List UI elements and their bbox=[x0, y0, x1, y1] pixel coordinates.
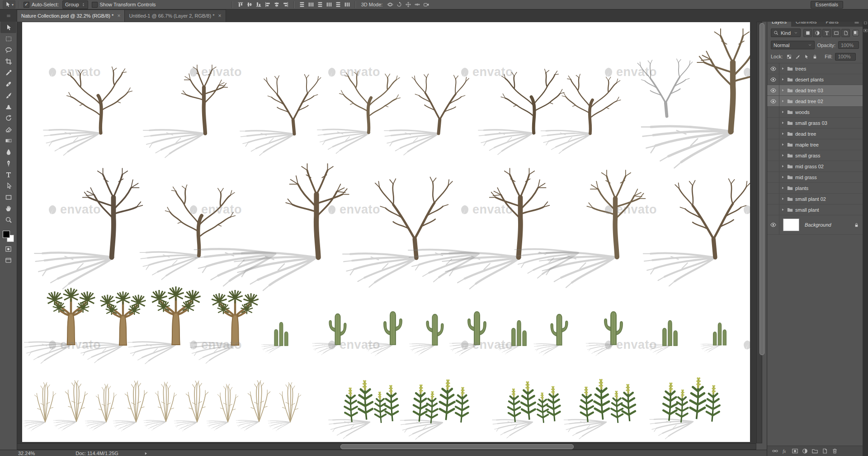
rect-icon[interactable] bbox=[832, 29, 840, 37]
newfolder-button-icon[interactable] bbox=[811, 448, 818, 454]
align-m-icon[interactable] bbox=[245, 1, 254, 9]
document-canvas[interactable]: envatoenvatoenvatoenvatoenvatoenvatoenva… bbox=[22, 22, 750, 442]
layer-row-trees[interactable]: trees bbox=[767, 63, 863, 74]
quick-mask-button[interactable] bbox=[0, 243, 16, 255]
document-tab[interactable]: Nature Collection.psd @ 32.2% (RGB/8) *× bbox=[17, 10, 125, 22]
align-b-icon[interactable] bbox=[255, 1, 263, 9]
expand-icon[interactable] bbox=[781, 66, 785, 71]
visibility-toggle[interactable] bbox=[767, 107, 779, 117]
dist-v-icon[interactable] bbox=[316, 1, 324, 9]
fx-button-icon[interactable] bbox=[782, 448, 788, 454]
layer-row-small-grass[interactable]: small grass bbox=[767, 150, 863, 161]
align-l-icon[interactable] bbox=[264, 1, 272, 9]
dist-h-icon[interactable] bbox=[325, 1, 333, 9]
move-icon[interactable] bbox=[802, 53, 810, 60]
adj-button-icon[interactable] bbox=[802, 448, 808, 454]
visibility-toggle[interactable] bbox=[767, 74, 779, 85]
cam3d-icon[interactable] bbox=[422, 1, 430, 9]
visibility-toggle[interactable] bbox=[767, 118, 779, 128]
expand-icon[interactable] bbox=[781, 88, 785, 92]
layer-row-background[interactable]: Background bbox=[767, 215, 863, 235]
move-tool[interactable] bbox=[0, 22, 16, 33]
visibility-toggle[interactable] bbox=[767, 139, 779, 150]
layer-row-desert-plants[interactable]: desert plants bbox=[767, 74, 863, 85]
foreground-color-swatch[interactable] bbox=[3, 231, 10, 238]
layer-row-dead-tree-02[interactable]: dead tree 02 bbox=[767, 96, 863, 107]
zoom-tool[interactable] bbox=[0, 214, 16, 225]
maskbtn-button-icon[interactable] bbox=[792, 448, 798, 454]
close-tab-icon[interactable]: × bbox=[117, 13, 120, 19]
visibility-toggle[interactable] bbox=[767, 85, 779, 95]
type-tool[interactable] bbox=[0, 169, 16, 180]
crop-tool[interactable] bbox=[0, 56, 16, 67]
workspace-switcher-button[interactable]: Essentials bbox=[811, 1, 843, 9]
brush-icon[interactable] bbox=[794, 53, 801, 60]
lasso-tool[interactable] bbox=[0, 44, 16, 56]
expand-icon[interactable] bbox=[781, 110, 785, 114]
visibility-toggle[interactable] bbox=[767, 150, 779, 161]
auto-select-mode-dropdown[interactable]: Group bbox=[62, 0, 88, 9]
history-brush-tool[interactable] bbox=[0, 112, 16, 124]
link-button-icon[interactable] bbox=[772, 448, 778, 454]
eraser-tool[interactable] bbox=[0, 124, 16, 135]
layer-thumbnail[interactable] bbox=[783, 218, 799, 231]
path-selection-tool[interactable] bbox=[0, 180, 16, 191]
pan3d-icon[interactable] bbox=[404, 1, 412, 9]
document-tab[interactable]: Untitled-1 @ 66.7% (Layer 2, RGB/8) *× bbox=[125, 10, 226, 22]
screen-mode-button[interactable] bbox=[0, 255, 16, 266]
visibility-toggle[interactable] bbox=[767, 194, 779, 204]
current-tool-preset[interactable]: ▾ bbox=[3, 0, 15, 9]
visibility-toggle[interactable] bbox=[767, 215, 779, 234]
slide3d-icon[interactable] bbox=[413, 1, 421, 9]
layer-row-woods[interactable]: woods bbox=[767, 107, 863, 118]
auto-select-checkbox[interactable]: ✓ Auto-Select: bbox=[24, 2, 59, 8]
layer-row-small-plant[interactable]: small plant bbox=[767, 204, 863, 215]
shape-tool[interactable] bbox=[0, 191, 16, 203]
lock-icon[interactable] bbox=[811, 53, 818, 60]
expand-icon[interactable] bbox=[781, 208, 785, 212]
visibility-toggle[interactable] bbox=[767, 183, 779, 193]
trash-button-icon[interactable] bbox=[831, 448, 838, 454]
expand-icon[interactable] bbox=[781, 175, 785, 179]
hand-tool[interactable] bbox=[0, 203, 16, 214]
scrollbar-thumb[interactable] bbox=[760, 23, 764, 355]
expand-icon[interactable] bbox=[781, 142, 785, 147]
document-art[interactable] bbox=[22, 22, 750, 442]
align-t-icon[interactable] bbox=[236, 1, 245, 9]
expand-icon[interactable] bbox=[781, 186, 785, 190]
type-icon[interactable] bbox=[822, 29, 831, 37]
expand-icon[interactable] bbox=[781, 153, 785, 157]
healing-brush-tool[interactable] bbox=[0, 78, 16, 90]
marquee-tool[interactable] bbox=[0, 33, 16, 44]
visibility-toggle[interactable] bbox=[767, 161, 779, 171]
blur-tool[interactable] bbox=[0, 146, 16, 157]
eyedropper-tool[interactable] bbox=[0, 67, 16, 78]
newlayer-button-icon[interactable] bbox=[821, 448, 828, 454]
gradient-tool[interactable] bbox=[0, 135, 16, 146]
status-popup-arrow-icon[interactable] bbox=[143, 451, 148, 456]
expand-icon[interactable] bbox=[781, 99, 785, 103]
panel-icon[interactable] bbox=[863, 28, 868, 33]
align-c-icon[interactable] bbox=[273, 1, 281, 9]
expand-icon[interactable] bbox=[781, 121, 785, 125]
dist-h-icon[interactable] bbox=[343, 1, 351, 9]
dist-h-icon[interactable] bbox=[307, 1, 315, 9]
zoom-level-field[interactable]: 32.24% bbox=[18, 451, 35, 456]
fill-value-field[interactable]: 100% bbox=[835, 53, 856, 61]
brush-tool[interactable] bbox=[0, 90, 16, 101]
pix-icon[interactable] bbox=[803, 29, 812, 37]
horizontal-scrollbar[interactable] bbox=[17, 443, 756, 450]
dist-v-icon[interactable] bbox=[298, 1, 306, 9]
expand-icon[interactable] bbox=[781, 132, 785, 136]
layer-row-plants[interactable]: plants bbox=[767, 183, 863, 194]
opacity-value-field[interactable]: 100% bbox=[838, 41, 859, 49]
vertical-scrollbar[interactable] bbox=[756, 22, 762, 443]
filter-type-dropdown[interactable]: Kind bbox=[771, 28, 801, 37]
adj-icon[interactable] bbox=[813, 29, 821, 37]
visibility-toggle[interactable] bbox=[767, 128, 779, 139]
color-swatches[interactable] bbox=[2, 230, 15, 243]
newlayer-icon[interactable] bbox=[841, 29, 850, 37]
visibility-toggle[interactable] bbox=[767, 96, 779, 106]
expand-icon[interactable] bbox=[781, 164, 785, 168]
expand-icon[interactable] bbox=[781, 197, 785, 201]
